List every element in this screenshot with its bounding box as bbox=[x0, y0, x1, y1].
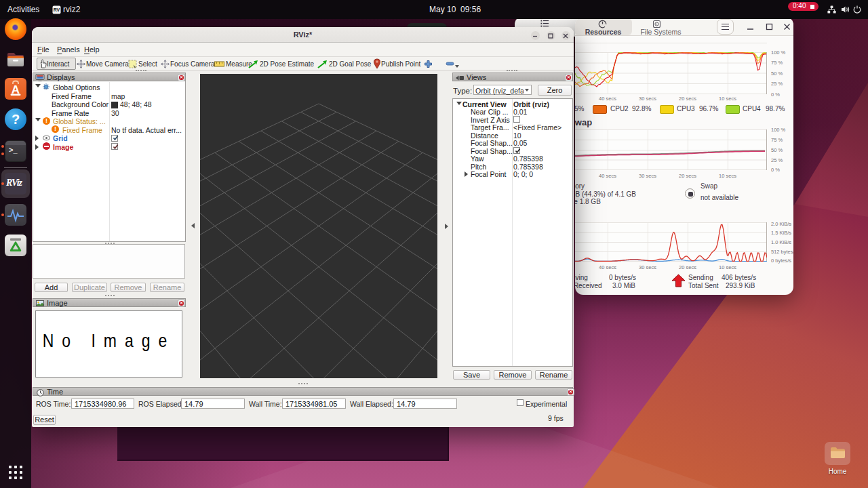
svg-text:RV: RV bbox=[54, 7, 60, 12]
